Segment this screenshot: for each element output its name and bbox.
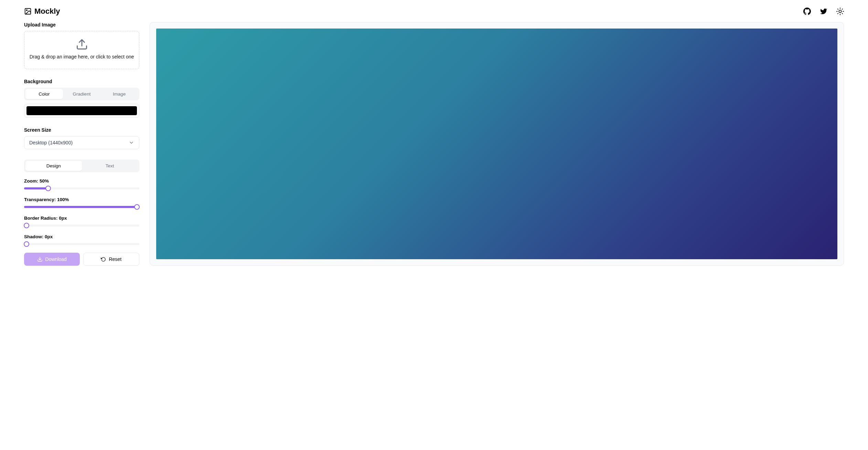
color-picker[interactable] xyxy=(24,104,139,118)
svg-line-5 xyxy=(838,9,838,9)
canvas-frame xyxy=(150,22,844,266)
tab-image[interactable]: Image xyxy=(100,89,138,99)
color-swatch xyxy=(26,106,137,115)
upload-hint: Drag & drop an image here, or click to s… xyxy=(30,53,134,61)
screensize-value: Desktop (1440x900) xyxy=(29,140,73,145)
zoom-slider[interactable] xyxy=(24,185,139,191)
panel-tabs: Design Text xyxy=(24,160,139,172)
sidebar: Upload Image Drag & drop an image here, … xyxy=(24,22,139,266)
sun-icon[interactable] xyxy=(836,8,844,15)
tab-design[interactable]: Design xyxy=(25,161,82,171)
tab-text[interactable]: Text xyxy=(82,161,138,171)
image-icon xyxy=(24,8,32,15)
tab-color[interactable]: Color xyxy=(25,89,63,99)
svg-line-6 xyxy=(842,13,843,14)
reset-button[interactable]: Reset xyxy=(83,253,140,266)
download-icon xyxy=(37,256,43,262)
transparency-slider[interactable] xyxy=(24,204,139,210)
svg-point-1 xyxy=(26,10,27,11)
screensize-label: Screen Size xyxy=(24,127,139,133)
download-button[interactable]: Download xyxy=(24,253,80,266)
upload-label: Upload Image xyxy=(24,22,139,28)
upload-icon xyxy=(76,38,88,51)
screensize-select[interactable]: Desktop (1440x900) xyxy=(24,136,139,149)
brand: Mockly xyxy=(24,7,60,16)
reset-icon xyxy=(101,257,106,262)
upload-dropzone[interactable]: Drag & drop an image here, or click to s… xyxy=(24,31,139,69)
border-radius-slider[interactable] xyxy=(24,222,139,229)
svg-line-9 xyxy=(838,13,838,14)
reset-label: Reset xyxy=(109,256,121,262)
background-tabs: Color Gradient Image xyxy=(24,88,139,100)
background-label: Background xyxy=(24,79,139,84)
shadow-slider[interactable] xyxy=(24,241,139,247)
chevron-down-icon xyxy=(129,140,134,145)
transparency-label: Transparency: 100% xyxy=(24,197,139,202)
github-icon[interactable] xyxy=(803,8,811,15)
header-actions xyxy=(803,8,844,15)
border-radius-label: Border Radius: 0px xyxy=(24,216,139,221)
brand-name: Mockly xyxy=(34,7,60,16)
tab-gradient[interactable]: Gradient xyxy=(63,89,100,99)
download-label: Download xyxy=(45,256,67,262)
twitter-icon[interactable] xyxy=(820,8,827,15)
zoom-label: Zoom: 50% xyxy=(24,178,139,184)
svg-point-2 xyxy=(839,10,841,12)
svg-line-10 xyxy=(842,9,843,9)
shadow-label: Shadow: 0px xyxy=(24,234,139,239)
header: Mockly xyxy=(24,5,844,22)
preview-canvas[interactable] xyxy=(156,29,837,259)
action-buttons: Download Reset xyxy=(24,253,139,266)
